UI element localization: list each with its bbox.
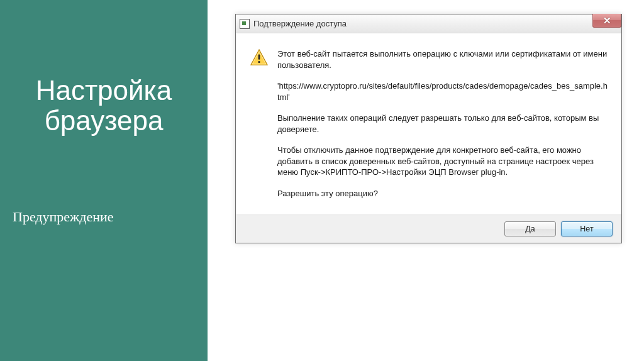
dialog-title: Подтверждение доступа bbox=[253, 19, 347, 28]
no-button[interactable]: Нет bbox=[561, 221, 613, 236]
close-icon: ✕ bbox=[603, 15, 611, 26]
dialog-message-3: Чтобы отключить данное подтверждение для… bbox=[277, 145, 608, 178]
dialog-message-4: Разрешить эту операцию? bbox=[277, 188, 608, 199]
dialog-titlebar[interactable]: Подтверждение доступа ✕ bbox=[236, 14, 621, 33]
dialog-message-2: Выполнение таких операций следует разреш… bbox=[277, 113, 608, 135]
slide-left-panel: Настройка браузера Предупреждение bbox=[0, 0, 208, 361]
dialog-footer: Да Нет bbox=[236, 214, 621, 243]
dialog-url: 'https://www.cryptopro.ru/sites/default/… bbox=[277, 81, 608, 103]
confirmation-dialog: Подтверждение доступа ✕ Этот веб-сайт пы… bbox=[235, 14, 622, 243]
dialog-body: Этот веб-сайт пытается выполнить операци… bbox=[236, 33, 621, 214]
yes-button[interactable]: Да bbox=[504, 221, 556, 236]
no-button-label: Нет bbox=[580, 225, 593, 233]
app-icon bbox=[240, 19, 250, 29]
svg-point-3 bbox=[258, 61, 260, 63]
warning-icon bbox=[250, 48, 277, 67]
close-button[interactable]: ✕ bbox=[592, 14, 621, 28]
svg-rect-2 bbox=[258, 54, 260, 59]
dialog-message-1: Этот веб-сайт пытается выполнить операци… bbox=[277, 48, 608, 70]
slide-subtitle: Предупреждение bbox=[13, 209, 195, 225]
yes-button-label: Да bbox=[525, 225, 535, 233]
slide-title: Настройка браузера bbox=[13, 75, 195, 136]
